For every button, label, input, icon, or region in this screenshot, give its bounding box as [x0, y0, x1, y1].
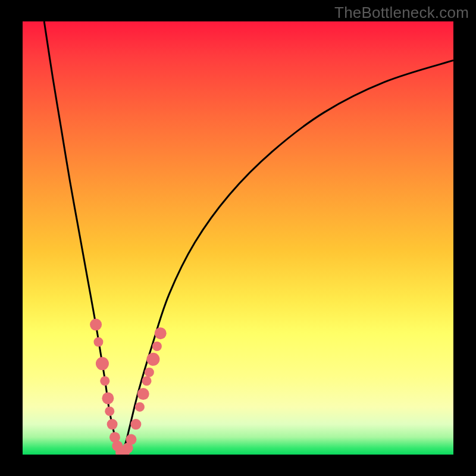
right-curve — [122, 61, 453, 455]
chart-frame: TheBottleneck.com — [0, 0, 476, 476]
curve-layer — [23, 21, 453, 455]
plot-area — [23, 21, 453, 455]
data-marker — [130, 419, 141, 430]
data-marker — [126, 434, 136, 445]
data-marker — [105, 406, 114, 416]
left-curve — [44, 21, 121, 455]
data-marker — [146, 353, 159, 366]
data-marker — [135, 402, 145, 412]
data-marker — [93, 337, 103, 347]
data-marker — [100, 376, 109, 386]
data-marker — [142, 376, 152, 386]
watermark-text: TheBottleneck.com — [334, 4, 469, 22]
data-marker — [145, 368, 154, 377]
data-marker — [102, 392, 114, 404]
data-marker — [155, 327, 167, 339]
data-marker — [90, 319, 102, 331]
data-marker — [152, 342, 162, 351]
data-marker — [107, 419, 118, 430]
data-marker — [137, 388, 149, 400]
data-marker — [96, 357, 109, 370]
